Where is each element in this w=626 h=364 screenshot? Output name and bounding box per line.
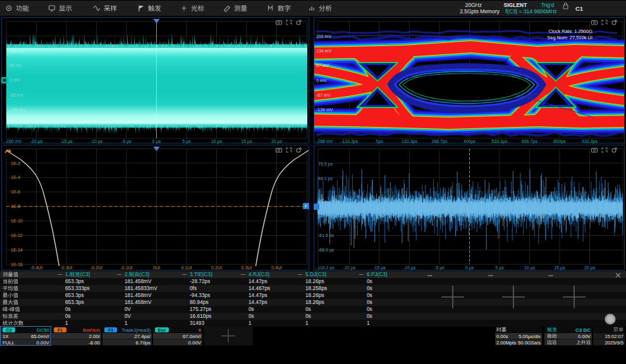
svg-text:20 µs: 20 µs (584, 265, 596, 270)
svg-text:SIGLENT: SIGLENT (504, 2, 528, 8)
svg-text:800ps: 800ps (554, 139, 567, 144)
svg-text:F3: F3 (108, 328, 113, 332)
svg-text:0V: 0V (125, 306, 132, 312)
svg-text:1E-16: 1E-16 (11, 262, 23, 267)
svg-text:0fs: 0fs (190, 285, 197, 291)
svg-text:F1: F1 (58, 328, 63, 332)
svg-text:-0.3UI: -0.3UI (61, 265, 73, 270)
svg-text:181.458mV: 181.458mV (125, 292, 152, 298)
svg-text:-5 µs: -5 µs (434, 265, 445, 270)
svg-text:0V: 0V (125, 313, 132, 319)
svg-text:-10 µs: -10 µs (403, 265, 416, 270)
svg-text:0s: 0s (249, 306, 254, 312)
svg-text:6.70ps: 6.70ps (136, 340, 151, 346)
svg-text:400ps: 400ps (463, 139, 476, 144)
svg-text:-94.33ps: -94.33ps (190, 292, 210, 298)
svg-text:0s: 0s (367, 292, 372, 298)
svg-text:130 mV: 130 mV (9, 49, 25, 53)
svg-text:0s: 0s (249, 313, 254, 319)
svg-text:-133.3ps: -133.3ps (341, 139, 359, 144)
svg-text:2.: 2. (125, 271, 129, 277)
svg-text:Eye: Eye (158, 328, 166, 333)
svg-text:0s: 0s (367, 278, 372, 284)
svg-text:0.00s: 0.00s (496, 334, 508, 339)
svg-text:65.0mV/: 65.0mV/ (31, 334, 50, 339)
svg-text:5.DJ(C3): 5.DJ(C3) (305, 271, 326, 277)
svg-text:II: II (199, 327, 201, 333)
svg-text:133.3ps: 133.3ps (402, 139, 417, 144)
svg-text:-5 µs: -5 µs (121, 139, 132, 144)
svg-text:1: 1 (125, 320, 128, 326)
svg-text:666.7ps: 666.7ps (522, 139, 537, 144)
svg-text:653.3ps: 653.3ps (65, 299, 84, 305)
svg-text:5.00µs/div: 5.00µs/div (519, 334, 541, 339)
svg-text:5 µs: 5 µs (182, 139, 191, 144)
svg-text:2.00/: 2.00/ (89, 334, 101, 339)
svg-text:-15 µs: -15 µs (373, 265, 386, 270)
svg-text:...: ... (548, 271, 553, 277)
svg-text:-: - (8, 306, 9, 312)
svg-text:1E-14: 1E-14 (11, 248, 23, 252)
svg-text:18.258ps: 18.258ps (305, 285, 327, 291)
svg-text:266.7ps: 266.7ps (432, 139, 448, 144)
svg-text:653.3ps: 653.3ps (65, 278, 84, 284)
svg-text:0ps: 0ps (376, 139, 383, 144)
svg-text:31493: 31493 (190, 320, 204, 326)
svg-text:20GHz: 20GHz (465, 2, 482, 8)
svg-text:1E-12: 1E-12 (11, 233, 23, 238)
svg-text:C1: C1 (575, 5, 584, 12)
svg-text:4.RJ(C3): 4.RJ(C3) (249, 271, 269, 277)
svg-text:75.5 ps: 75.5 ps (318, 162, 333, 167)
svg-text:15 µs: 15 µs (554, 265, 565, 270)
svg-text:0s: 0s (367, 285, 372, 291)
svg-text:15 µs: 15 µs (241, 139, 252, 144)
svg-text:0UI: 0UI (153, 265, 160, 270)
svg-text:1E-2: 1E-2 (11, 161, 20, 166)
svg-text:6.PJ(C3): 6.PJ(C3) (367, 271, 388, 277)
svg-text:0s: 0s (65, 313, 71, 319)
svg-text:653.333ps: 653.333ps (65, 285, 90, 291)
svg-text:18.26ps: 18.26ps (305, 292, 324, 298)
svg-text:1E-10: 1E-10 (11, 219, 23, 223)
svg-text:14.467ps: 14.467ps (249, 285, 270, 291)
svg-text:0.4UI: 0.4UI (271, 265, 282, 270)
svg-text:-134 mV: -134 mV (316, 107, 333, 112)
svg-text:f(C3) = 314.9606MHz: f(C3) = 314.9606MHz (505, 8, 557, 15)
svg-text:0s: 0s (305, 313, 311, 319)
svg-text:Trig'd: Trig'd (541, 2, 555, 8)
svg-text:14.47ps: 14.47ps (249, 292, 267, 298)
svg-text:1E-6: 1E-6 (11, 190, 20, 194)
svg-text:653.3ps: 653.3ps (65, 292, 84, 298)
svg-text:533.3ps: 533.3ps (492, 139, 508, 144)
svg-text:FULL: FULL (3, 340, 15, 346)
svg-text:F: F (305, 204, 307, 209)
svg-text:-61.5 ps: -61.5 ps (318, 233, 334, 238)
svg-text:-130 mV: -130 mV (9, 107, 26, 112)
svg-text:-15 µs: -15 µs (60, 139, 73, 144)
svg-text:67.0mV/: 67.0mV/ (183, 334, 202, 339)
svg-text:5 µs: 5 µs (495, 265, 504, 270)
svg-text:50.0GSa/s: 50.0GSa/s (518, 340, 541, 346)
svg-text:0s: 0s (367, 313, 372, 319)
svg-text:-65 mV: -65 mV (9, 93, 23, 97)
svg-text:181.45833mV: 181.45833mV (125, 285, 157, 291)
svg-text:-260 mV: -260 mV (5, 139, 22, 143)
svg-text:80.94ps: 80.94ps (190, 299, 209, 305)
svg-text:-20 µs: -20 µs (343, 265, 356, 270)
svg-text:2025/9/5: 2025/9/5 (605, 340, 623, 346)
svg-text:-88.9 ps: -88.9 ps (318, 248, 334, 253)
svg-text:14.47ps: 14.47ps (249, 278, 267, 284)
svg-text:2.5Gpts Memory: 2.5Gpts Memory (460, 8, 500, 15)
svg-text:2.00Mpts: 2.00Mpts (496, 340, 516, 346)
svg-text:0.3UI: 0.3UI (242, 265, 252, 270)
svg-text:C3 DC: C3 DC (575, 327, 591, 333)
svg-text:181.458mV: 181.458mV (125, 299, 152, 305)
svg-text:0 µs: 0 µs (465, 265, 474, 270)
svg-text:0s: 0s (367, 299, 372, 305)
svg-text:10 µs: 10 µs (211, 139, 223, 144)
svg-text:0s: 0s (367, 306, 372, 312)
svg-text:1E-4: 1E-4 (11, 175, 20, 179)
svg-text:16.610ps: 16.610ps (190, 313, 211, 319)
svg-text:0.00V: 0.00V (188, 340, 202, 346)
svg-text:0s: 0s (65, 306, 71, 312)
